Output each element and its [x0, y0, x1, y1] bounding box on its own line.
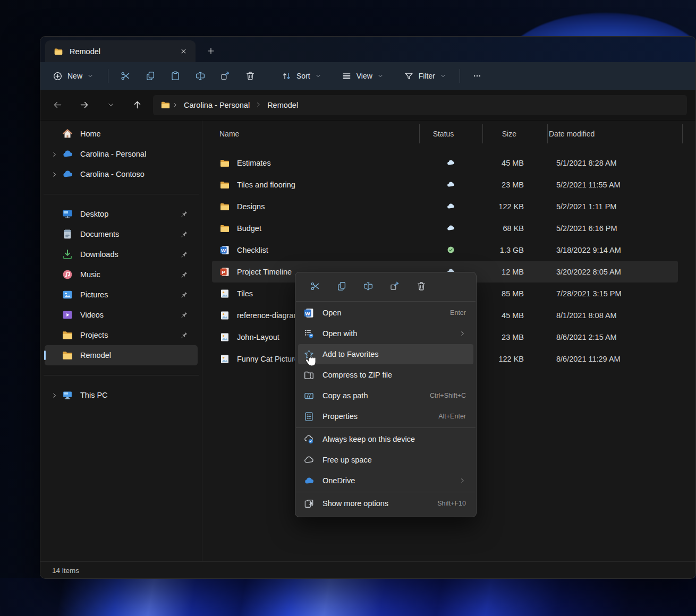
file-date-modified: 8/6/2021 2:15 AM	[547, 333, 617, 341]
back-arrow-icon	[53, 100, 63, 110]
synced-check-icon	[446, 245, 455, 254]
shortcut-hint: Shift+F10	[437, 500, 466, 507]
paste-button[interactable]	[165, 66, 186, 85]
rename-icon	[363, 281, 374, 292]
context-menu-item-show-more-options[interactable]: Show more optionsShift+F10	[298, 493, 473, 514]
new-tab-button[interactable]	[203, 44, 219, 58]
file-row-checklist[interactable]: Checklist1.3 GB3/18/2022 9:14 AM	[212, 239, 678, 261]
file-name: Budget	[237, 224, 261, 233]
sidebar-item-carolina-contoso[interactable]: Carolina - Contoso	[45, 164, 198, 184]
column-separator[interactable]	[482, 124, 483, 143]
context-menu-item-label: Compress to ZIP file	[322, 371, 466, 379]
chevron-right-icon[interactable]	[47, 392, 62, 399]
chevron-right-icon[interactable]	[47, 171, 62, 178]
cloud-status-icon	[446, 202, 455, 211]
chevron-right-icon	[51, 171, 58, 178]
file-row-tiles-and-flooring[interactable]: Tiles and flooring23 MB5/2/2021 11:55 AM	[212, 174, 678, 195]
context-menu-item-free-up-space[interactable]: Free up space	[298, 450, 473, 470]
context-menu-item-open[interactable]: OpenEnter	[298, 303, 473, 323]
sidebar-item-remodel[interactable]: Remodel	[45, 345, 198, 365]
pc-icon	[62, 389, 73, 401]
see-more-button[interactable]	[466, 66, 488, 85]
context-menu-item-properties[interactable]: PropertiesAlt+Enter	[298, 406, 473, 426]
column-separator[interactable]	[419, 124, 420, 143]
submenu-chevron-icon	[459, 330, 466, 337]
file-status-cell	[419, 224, 482, 233]
context-menu-item-label: Copy as path	[322, 391, 422, 400]
column-header-name[interactable]: Name	[212, 130, 412, 138]
column-header-date-modified[interactable]: Date modified	[540, 130, 595, 138]
back-button[interactable]	[48, 96, 67, 114]
image-file-icon	[219, 354, 230, 364]
downloads-icon	[62, 249, 73, 260]
address-bar[interactable]: Carolina - Personal Remodel	[153, 95, 687, 115]
folder-file-icon	[219, 179, 230, 190]
share-button[interactable]	[215, 66, 236, 85]
file-status-cell	[419, 202, 482, 211]
cut-button[interactable]	[115, 66, 136, 85]
new-button-label: New	[67, 72, 82, 80]
sidebar-item-videos[interactable]: Videos	[45, 305, 198, 325]
sidebar-item-documents[interactable]: Documents	[45, 224, 198, 244]
copy-icon	[145, 71, 156, 81]
file-date-modified: 8/6/2021 11:29 AM	[547, 355, 621, 363]
context-menu-item-add-to-favorites[interactable]: Add to Favorites	[298, 344, 473, 364]
context-share-button[interactable]	[381, 276, 408, 297]
image-file-icon	[219, 332, 230, 343]
sidebar-item-downloads[interactable]: Downloads	[45, 244, 198, 264]
filter-button[interactable]: Filter	[398, 67, 452, 85]
sidebar-item-home[interactable]: Home	[45, 124, 198, 144]
context-cut-button[interactable]	[302, 276, 328, 297]
context-menu-item-always-keep-on-this-device[interactable]: Always keep on this device	[298, 429, 473, 449]
context-copy-button[interactable]	[328, 276, 355, 297]
column-separator[interactable]	[682, 124, 683, 143]
file-size: 23 MB	[482, 333, 547, 341]
hand-cursor	[302, 350, 318, 369]
delete-button[interactable]	[240, 66, 261, 85]
file-date-modified: 8/1/2021 8:08 AM	[547, 311, 617, 320]
column-header-status[interactable]: Status	[412, 130, 475, 138]
rename-button[interactable]	[190, 66, 211, 85]
sidebar-item-carolina-personal[interactable]: Carolina - Personal	[45, 144, 198, 164]
up-button[interactable]	[128, 96, 147, 114]
tab-close-button[interactable]	[176, 45, 190, 58]
sidebar-item-projects[interactable]: Projects	[45, 325, 198, 345]
file-row-budget[interactable]: Budget68 KB5/2/2021 6:16 PM	[212, 217, 678, 239]
context-menu-item-compress-to-zip-file[interactable]: Compress to ZIP file	[298, 365, 473, 385]
context-menu-item-label: Add to Favorites	[322, 350, 466, 358]
sort-button[interactable]: Sort	[276, 67, 327, 85]
breadcrumb-remodel[interactable]: Remodel	[263, 99, 302, 112]
scissors-icon	[310, 281, 320, 292]
context-menu-item-open-with[interactable]: Open with	[298, 323, 473, 344]
pathicon-icon	[303, 390, 315, 401]
breadcrumb-carolina-personal[interactable]: Carolina - Personal	[180, 99, 254, 112]
file-size: 12 MB	[482, 268, 547, 276]
copy-button[interactable]	[140, 66, 161, 85]
context-delete-button[interactable]	[408, 276, 435, 297]
file-row-estimates[interactable]: Estimates45 MB5/1/2021 8:28 AM	[212, 152, 678, 174]
new-button[interactable]: New	[47, 67, 99, 85]
folder-icon	[54, 47, 63, 56]
tab-remodel[interactable]: Remodel	[45, 40, 196, 62]
sidebar-item-desktop[interactable]: Desktop	[45, 204, 198, 224]
recent-locations-button[interactable]	[101, 96, 120, 114]
sidebar-item-label: Music	[80, 270, 180, 279]
context-menu-item-onedrive[interactable]: OneDrive	[298, 470, 473, 491]
trash-icon	[245, 71, 256, 81]
context-rename-button[interactable]	[355, 276, 381, 297]
file-name-cell: Designs	[219, 201, 419, 212]
chevron-right-icon	[172, 101, 179, 108]
context-menu-item-label: Free up space	[322, 456, 466, 464]
forward-button[interactable]	[74, 96, 94, 114]
sidebar-item-this-pc[interactable]: This PC	[45, 385, 198, 405]
file-row-designs[interactable]: Designs122 KB5/2/2021 1:11 PM	[212, 195, 678, 217]
column-separator[interactable]	[547, 124, 548, 143]
cloud-status-icon	[446, 158, 455, 167]
view-button[interactable]: View	[336, 67, 389, 85]
sidebar-item-pictures[interactable]: Pictures	[45, 285, 198, 305]
sidebar-item-music[interactable]: Music	[45, 264, 198, 285]
chevron-right-icon[interactable]	[47, 151, 62, 158]
context-menu-item-copy-as-path[interactable]: Copy as pathCtrl+Shift+C	[298, 386, 473, 406]
column-header-size[interactable]: Size	[475, 130, 540, 138]
sidebar-item-label: Remodel	[80, 351, 198, 360]
